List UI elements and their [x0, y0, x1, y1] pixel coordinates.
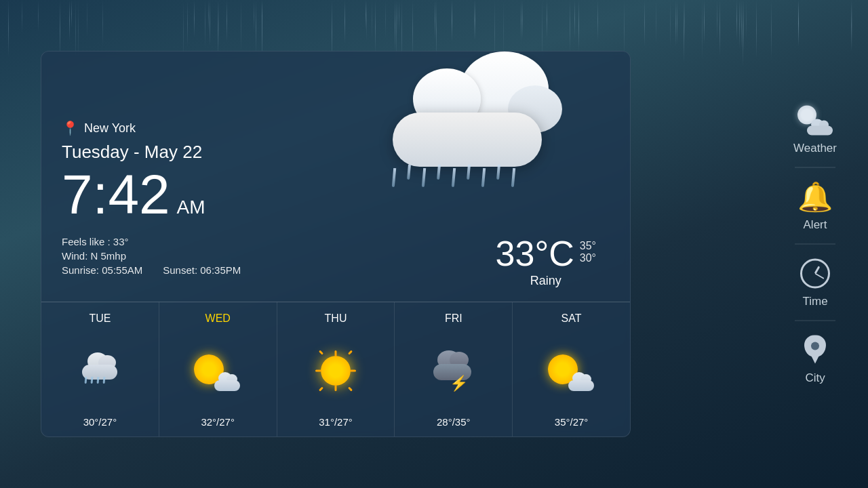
- rain-drop: [422, 168, 426, 187]
- thunder-cloud-fri: ⚡: [431, 348, 477, 392]
- sunset-time: Sunset: 06:35PM: [163, 264, 241, 276]
- clock-hand-minute: [815, 273, 825, 279]
- card-top-section: 📍 New York Tuesday - May 22 7:42 AM Feel…: [41, 52, 630, 302]
- city-icon-container: [797, 333, 833, 367]
- mini-rain-cloud-tue: [79, 359, 120, 382]
- day-label-thu: THU: [325, 312, 347, 325]
- city-name: New York: [84, 121, 136, 136]
- forecast-temp-tue: 30°/27°: [83, 416, 117, 428]
- forecast-temp-thu: 31°/27°: [319, 416, 353, 428]
- forecast-day-sat: SAT 35°/27°: [513, 302, 630, 437]
- sidebar-item-alert[interactable]: 🔔 Alert: [786, 175, 844, 237]
- weather-condition: Rainy: [496, 274, 596, 288]
- rain-drop: [407, 165, 411, 180]
- forecast-icon-fri: ⚡: [427, 348, 481, 392]
- temp-low: 30°: [580, 252, 596, 264]
- sun-times: Sunrise: 05:55AM Sunset: 06:35PM: [62, 264, 241, 276]
- rain-drop: [511, 168, 515, 187]
- main-cloud: [379, 99, 569, 194]
- forecast-icon-wed: [191, 348, 245, 392]
- bell-icon: 🔔: [797, 183, 833, 211]
- rain-drop: [452, 168, 456, 187]
- city-pin-icon: [804, 336, 826, 365]
- forecast-icon-thu: [309, 348, 363, 392]
- forecast-day-wed: WED 32°/27°: [159, 302, 277, 437]
- sunrise-time: Sunrise: 05:55AM: [62, 264, 142, 276]
- sidebar-time-label: Time: [802, 295, 827, 308]
- alert-icon-container: 🔔: [797, 180, 833, 214]
- sun-cloud-sidebar-icon: [797, 106, 833, 136]
- location-pin-icon: 📍: [62, 120, 79, 136]
- sidebar-item-city[interactable]: City: [786, 328, 844, 390]
- rain-drop: [481, 168, 486, 187]
- day-label-wed: WED: [205, 312, 231, 325]
- cloud-body: [393, 113, 542, 167]
- sun-cloud-sat: [548, 348, 595, 392]
- forecast-icon-sat: [545, 348, 599, 392]
- time-icon-container: [797, 257, 833, 291]
- forecast-row: TUE 30°/27°: [41, 302, 630, 437]
- sidebar-item-time[interactable]: Time: [786, 251, 844, 314]
- sidebar-weather-label: Weather: [793, 142, 837, 155]
- rain-drops: [393, 163, 555, 194]
- sun-cloud-wed: [194, 348, 241, 392]
- cloud-illustration: [332, 51, 616, 248]
- sidebar-divider-3: [795, 321, 835, 321]
- rain-drop: [437, 165, 441, 180]
- sidebar-item-weather[interactable]: Weather: [783, 98, 848, 161]
- weather-card: 📍 New York Tuesday - May 22 7:42 AM Feel…: [41, 51, 631, 437]
- time-display: 7:42: [62, 167, 170, 222]
- weather-details-left: Feels like : 33° Wind: N 5mhp Sunrise: 0…: [62, 236, 241, 276]
- wind-info: Wind: N 5mhp: [62, 250, 241, 262]
- forecast-temp-fri: 28°/35°: [437, 416, 471, 428]
- forecast-temp-wed: 32°/27°: [201, 416, 235, 428]
- main-layout: 📍 New York Tuesday - May 22 7:42 AM Feel…: [0, 0, 868, 488]
- forecast-icon-tue: [73, 348, 127, 392]
- right-sidebar: Weather 🔔 Alert Time: [783, 98, 848, 390]
- rain-drop: [392, 168, 396, 187]
- weather-icon-container: [797, 104, 833, 138]
- feels-like: Feels like : 33°: [62, 236, 241, 247]
- forecast-day-tue: TUE 30°/27°: [41, 302, 159, 437]
- rain-drop: [467, 165, 471, 180]
- sun-thu: [315, 350, 356, 391]
- day-label-fri: FRI: [445, 312, 462, 325]
- sidebar-divider-2: [795, 244, 835, 245]
- day-label-tue: TUE: [89, 312, 111, 325]
- clock-icon: [800, 259, 830, 289]
- forecast-day-fri: FRI ⚡ 28°/35°: [395, 302, 513, 437]
- ampm-display: AM: [177, 197, 205, 218]
- forecast-temp-sat: 35°/27°: [555, 416, 589, 428]
- day-label-sat: SAT: [561, 312, 582, 325]
- forecast-day-thu: THU 31°/27°: [277, 302, 395, 437]
- lightning-icon: ⚡: [450, 376, 468, 391]
- sidebar-alert-label: Alert: [804, 218, 827, 232]
- rain-drop: [496, 165, 500, 180]
- sidebar-city-label: City: [805, 371, 825, 385]
- sidebar-divider-1: [795, 167, 835, 168]
